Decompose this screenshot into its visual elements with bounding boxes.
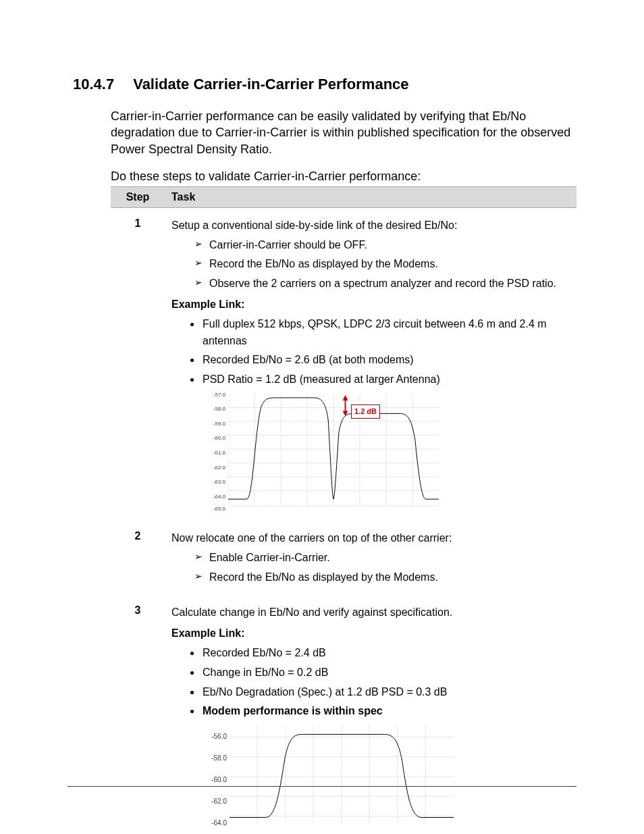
disc-list: Full duplex 512 kbps, QPSK, LDPC 2/3 cir… (201, 316, 570, 388)
y-tick: -61.0 (209, 449, 225, 457)
arrow-list: Enable Carrier-in-Carrier. Record the Eb… (194, 550, 570, 586)
y-tick: -57.0 (209, 390, 225, 398)
disc-item: Recorded Eb/No = 2.6 dB (at both modems) (201, 352, 570, 369)
disc-item: Full duplex 512 kbps, QPSK, LDPC 2/3 cir… (201, 316, 570, 350)
y-tick: -65.0 (209, 505, 225, 513)
arrow-item: Enable Carrier-in-Carrier. (194, 550, 570, 567)
steps-table: Step Task 1 Setup a conventional side-by… (111, 186, 576, 834)
step-task: Calculate change in Eb/No and verify aga… (165, 595, 576, 834)
example-link-label: Example Link: (171, 296, 570, 313)
disc-item: Recorded Eb/No = 2.4 dB (201, 645, 570, 662)
svg-marker-18 (343, 411, 348, 417)
step-number: 1 (111, 207, 165, 521)
y-tick: -58.0 (209, 405, 225, 413)
spectrum-chart-1: -57.0 -58.0 -59.0 -60.0 -61.0 -62.0 -63.… (209, 392, 439, 514)
task-line: Setup a conventional side-by-side link o… (171, 217, 570, 234)
page: 10.4.7 Validate Carrier-in-Carrier Perfo… (0, 0, 644, 834)
arrow-item: Observe the 2 carriers on a spectrum ana… (194, 276, 570, 292)
table-row: 3 Calculate change in Eb/No and verify a… (111, 595, 576, 834)
table-header-row: Step Task (111, 186, 576, 207)
disc-item-bold: Modem performance is within spec (201, 703, 570, 720)
step-number: 3 (111, 595, 165, 834)
col-task: Task (165, 186, 576, 207)
y-tick: -60.0 (209, 775, 227, 786)
svg-marker-17 (343, 395, 348, 400)
table-row: 2 Now relocate one of the carriers on to… (111, 521, 576, 595)
task-line: Calculate change in Eb/No and verify aga… (171, 604, 570, 621)
y-tick: -56.0 (209, 732, 227, 743)
y-tick: -64.0 (209, 493, 225, 501)
chart-svg (228, 392, 439, 507)
psd-ratio-callout: 1.2 dB (351, 405, 380, 419)
disc-list: Recorded Eb/No = 2.4 dB Change in Eb/No … (201, 645, 570, 720)
chart-svg (230, 724, 454, 825)
disc-item: Change in Eb/No = 0.2 dB (201, 664, 570, 681)
y-tick: -63.0 (209, 478, 225, 486)
step-task: Now relocate one of the carriers on top … (165, 521, 576, 595)
y-tick: -58.0 (209, 754, 227, 764)
y-tick: -62.0 (209, 463, 225, 471)
footer-rule (68, 786, 576, 787)
arrow-item: Carrier-in-Carrier should be OFF. (194, 237, 570, 254)
section-heading: 10.4.7 Validate Carrier-in-Carrier Perfo… (73, 76, 576, 93)
intro-paragraph: Carrier-in-Carrier performance can be ea… (111, 108, 576, 157)
y-tick: -62.0 (209, 797, 227, 808)
table-row: 1 Setup a conventional side-by-side link… (111, 207, 576, 521)
y-tick: -64.0 (209, 818, 227, 829)
arrow-list: Carrier-in-Carrier should be OFF. Record… (194, 237, 570, 292)
arrow-item: Record the Eb/No as displayed by the Mod… (194, 569, 570, 586)
disc-item: PSD Ratio = 1.2 dB (measured at larger A… (201, 371, 570, 388)
disc-item: Eb/No Degradation (Spec.) at 1.2 dB PSD … (201, 684, 570, 701)
example-link-label: Example Link: (171, 625, 570, 642)
section-title: Validate Carrier-in-Carrier Performance (133, 76, 408, 93)
step-number: 2 (111, 521, 165, 595)
step-task: Setup a conventional side-by-side link o… (165, 207, 576, 521)
arrow-item: Record the Eb/No as displayed by the Mod… (194, 256, 570, 273)
col-step: Step (111, 186, 165, 207)
lead-in-text: Do these steps to validate Carrier-in-Ca… (111, 170, 576, 184)
y-tick: -60.0 (209, 434, 225, 442)
spectrum-chart-2: -56.0 -58.0 -60.0 -62.0 -64.0 (209, 724, 454, 832)
y-tick: -59.0 (209, 420, 225, 428)
task-line: Now relocate one of the carriers on top … (171, 530, 570, 547)
section-number: 10.4.7 (73, 76, 114, 93)
